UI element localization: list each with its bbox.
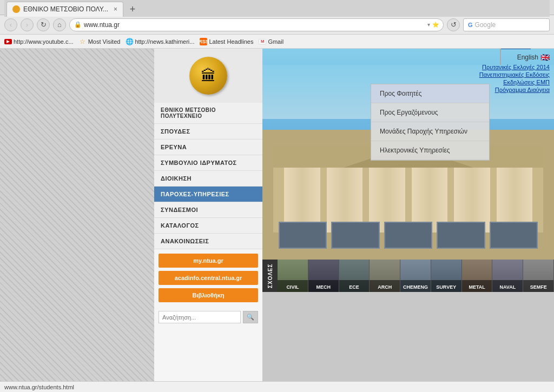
url-bar[interactable]: 🔒 www.ntua.gr ▾ ⭐: [69, 18, 444, 31]
school-name-ece: ECE: [349, 284, 359, 290]
top-link-elections[interactable]: Πρυτανικές Εκλογές 2014: [479, 64, 550, 70]
school-item-arch[interactable]: ARCH: [370, 260, 400, 292]
nav-link-council[interactable]: ΣΥΜΒΟΥΛΙΟ ΙΔΡΥΜΑΤΟΣ: [154, 155, 262, 170]
nav-link-research[interactable]: ΕΡΕΥΝΑ: [154, 139, 262, 155]
navigation-bar: ‹ › ↻ ⌂ 🔒 www.ntua.gr ▾ ⭐ ↺ G Google: [0, 15, 554, 35]
search-button[interactable]: 🔍: [243, 311, 258, 323]
nav-link-catalog[interactable]: ΚΑΤΑΛΟΓΟΣ: [154, 218, 262, 233]
google-search-bar[interactable]: G Google: [463, 18, 550, 31]
gmail-icon: M: [259, 38, 266, 45]
most-visited-icon: ☆: [79, 38, 87, 45]
school-item-survey[interactable]: SURVEY: [431, 260, 462, 292]
nav-item-council[interactable]: ΣΥΜΒΟΥΛΙΟ ΙΔΡΥΜΑΤΟΣ: [154, 155, 262, 171]
web-icon: 🌐: [126, 38, 133, 45]
google-search-placeholder: Google: [475, 21, 496, 29]
nav-item-research[interactable]: ΕΡΕΥΝΑ: [154, 139, 262, 155]
tab-favicon: [12, 5, 20, 13]
school-name-semfe: SEMFE: [530, 284, 547, 290]
bookmark-kathimerini[interactable]: 🌐 http://news.kathimeri...: [126, 38, 194, 45]
school-item-semfe[interactable]: SEMFE: [523, 260, 554, 292]
search-input[interactable]: [159, 311, 241, 323]
schools-label: ΣΧΟΛΕΣ: [262, 260, 278, 292]
school-item-civil[interactable]: CIVIL: [278, 260, 308, 292]
nav-item-studies[interactable]: ΣΠΟΥΔΕΣ: [154, 124, 262, 139]
dropdown-item-students[interactable]: Προς Φοιτητές: [371, 84, 489, 103]
nav-item-services[interactable]: ΠΑΡΟΧΕΣ-ΥΠΗΡΕΣΙΕΣ: [154, 187, 262, 202]
top-link-transparency[interactable]: Πρόγραμμα Διαύγεια: [479, 87, 550, 93]
nav-link-home[interactable]: ΕΘΝΙΚΟ ΜΕΤΣΟΒΙΟ ΠΟΛΥΤΕΧΝΕΙΟ: [154, 103, 262, 123]
top-link-publications[interactable]: Πανεπιστημιακές Εκδόσεις: [479, 71, 550, 78]
reload-button[interactable]: ↺: [447, 18, 460, 31]
ntua-coin-symbol: 🏛: [201, 67, 216, 85]
nav-link-services[interactable]: ΠΑΡΟΧΕΣ-ΥΠΗΡΕΣΙΕΣ: [154, 187, 262, 202]
dropdown-item-electronic[interactable]: Ηλεκτρονικές Υπηρεσίες: [371, 141, 489, 160]
library-button[interactable]: Βιβλιοθήκη: [159, 288, 258, 302]
top-link-events[interactable]: Εκδηλώσεις ΕΜΠ: [479, 79, 550, 85]
school-name-arch: ARCH: [378, 284, 392, 290]
uk-flag-icon: 🇬🇧: [540, 53, 550, 62]
rss-icon: RSS: [200, 38, 207, 45]
bookmark-gmail[interactable]: M Gmail: [259, 38, 283, 45]
nav-item-home[interactable]: ΕΘΝΙΚΟ ΜΕΤΣΟΒΙΟ ΠΟΛΥΤΕΧΝΕΙΟ: [154, 103, 262, 124]
ntua-logo-coin: 🏛: [189, 57, 227, 95]
ntua-container: 🏛 ΕΘΝΙΚΟ ΜΕΤΣΟΒΙΟ ΠΟΛΥΤΕΧΝΕΙΟ ΣΠΟΥΔΕΣ ΕΡ…: [154, 49, 554, 381]
url-text: www.ntua.gr: [84, 21, 425, 29]
school-name-chemeng: CHEMENG: [403, 284, 428, 290]
dropdown-item-units[interactable]: Μονάδες Παροχής Υπηρεσιών: [371, 122, 489, 141]
language-selector[interactable]: English: [517, 54, 538, 61]
school-item-chemeng[interactable]: CHEMENG: [400, 260, 431, 292]
new-tab-button[interactable]: +: [126, 3, 140, 17]
bookmarks-bar: http://www.youtube.c... ☆ Most Visited 🌐…: [0, 35, 554, 49]
school-name-civil: CIVIL: [286, 284, 299, 290]
google-logo: G: [468, 22, 473, 28]
school-items: CIVIL MECH ECE: [278, 260, 554, 292]
bookmark-most-visited-label: Most Visited: [88, 38, 121, 45]
bookmark-kathimerini-label: http://news.kathimeri...: [135, 38, 194, 45]
tab-close-button[interactable]: ×: [114, 5, 117, 13]
top-links: English 🇬🇧 Πρυτανικές Εκλογές 2014 Πανεπ…: [479, 53, 550, 94]
tab-title: ΕΘΝΙΚΟ ΜΕΤΣΟΒΙΟ ΠΟΛΥ...: [23, 5, 108, 13]
nav-item-catalog[interactable]: ΚΑΤΑΛΟΓΟΣ: [154, 218, 262, 234]
nav-link-admin[interactable]: ΔΙΟΙΚΗΣΗ: [154, 171, 262, 186]
school-item-mech[interactable]: MECH: [308, 260, 339, 292]
nav-item-links[interactable]: ΣΥΝΔΕΣΜΟΙ: [154, 202, 262, 218]
school-name-mech: MECH: [316, 284, 331, 290]
nav-link-links[interactable]: ΣΥΝΔΕΣΜΟΙ: [154, 202, 262, 217]
status-url: www.ntua.gr/students.html: [4, 384, 74, 390]
browser-chrome: ΕΘΝΙΚΟ ΜΕΤΣΟΒΙΟ ΠΟΛΥ... × + ‹ › ↻ ⌂ 🔒 ww…: [0, 0, 554, 49]
nav-link-studies[interactable]: ΣΠΟΥΔΕΣ: [154, 124, 262, 139]
school-name-metal: METAL: [469, 284, 485, 290]
website-content: 🏛 ΕΘΝΙΚΟ ΜΕΤΣΟΒΙΟ ΠΟΛΥΤΕΧΝΕΙΟ ΣΠΟΥΔΕΣ ΕΡ…: [154, 49, 554, 381]
back-button[interactable]: ‹: [4, 18, 17, 31]
schools-bar: ΣΧΟΛΕΣ CIVIL MECH: [262, 260, 554, 292]
school-item-ece[interactable]: ECE: [339, 260, 370, 292]
bookmark-latest-headlines-label: Latest Headlines: [209, 38, 253, 45]
ntua-hero-area: English 🇬🇧 Πρυτανικές Εκλογές 2014 Πανεπ…: [262, 49, 554, 381]
school-item-naval[interactable]: NAVAL: [492, 260, 523, 292]
browser-tab[interactable]: ΕΘΝΙΚΟ ΜΕΤΣΟΒΙΟ ΠΟΛΥ... ×: [6, 2, 123, 17]
ntua-logo-area: 🏛: [154, 49, 262, 103]
ntua-sidebar: 🏛 ΕΘΝΙΚΟ ΜΕΤΣΟΒΙΟ ΠΟΛΥΤΕΧΝΕΙΟ ΣΠΟΥΔΕΣ ΕΡ…: [154, 49, 262, 381]
bookmark-youtube[interactable]: http://www.youtube.c...: [4, 38, 74, 45]
youtube-icon: [4, 38, 12, 45]
bookmark-youtube-label: http://www.youtube.c...: [14, 38, 74, 45]
dropdown-item-employees[interactable]: Προς Εργαζόμενους: [371, 103, 489, 122]
bookmark-gmail-label: Gmail: [268, 38, 283, 45]
acadinfo-button[interactable]: acadinfo.central.ntua.gr: [159, 271, 258, 285]
refresh-button[interactable]: ↻: [37, 18, 50, 31]
nav-item-admin[interactable]: ΔΙΟΙΚΗΣΗ: [154, 171, 262, 187]
school-name-survey: SURVEY: [436, 284, 456, 290]
school-item-metal[interactable]: METAL: [462, 260, 493, 292]
bookmark-most-visited[interactable]: ☆ Most Visited: [79, 38, 121, 45]
nav-menu: ΕΘΝΙΚΟ ΜΕΤΣΟΒΙΟ ΠΟΛΥΤΕΧΝΕΙΟ ΣΠΟΥΔΕΣ ΕΡΕΥ…: [154, 103, 262, 249]
main-content: 🏛 ΕΘΝΙΚΟ ΜΕΤΣΟΒΙΟ ΠΟΛΥΤΕΧΝΕΙΟ ΣΠΟΥΔΕΣ ΕΡ…: [0, 49, 554, 381]
school-name-naval: NAVAL: [500, 284, 516, 290]
nav-link-announcements[interactable]: ΑΝΑΚΟΙΝΩΣΕΙΣ: [154, 234, 262, 249]
nav-item-announcements[interactable]: ΑΝΑΚΟΙΝΩΣΕΙΣ: [154, 234, 262, 249]
bookmark-latest-headlines[interactable]: RSS Latest Headlines: [200, 38, 253, 45]
forward-button[interactable]: ›: [21, 18, 34, 31]
my-ntua-button[interactable]: my.ntua.gr: [159, 254, 258, 268]
search-bar-area: 🔍: [154, 307, 262, 328]
home-button[interactable]: ⌂: [53, 18, 66, 31]
status-bar: www.ntua.gr/students.html: [0, 381, 554, 392]
